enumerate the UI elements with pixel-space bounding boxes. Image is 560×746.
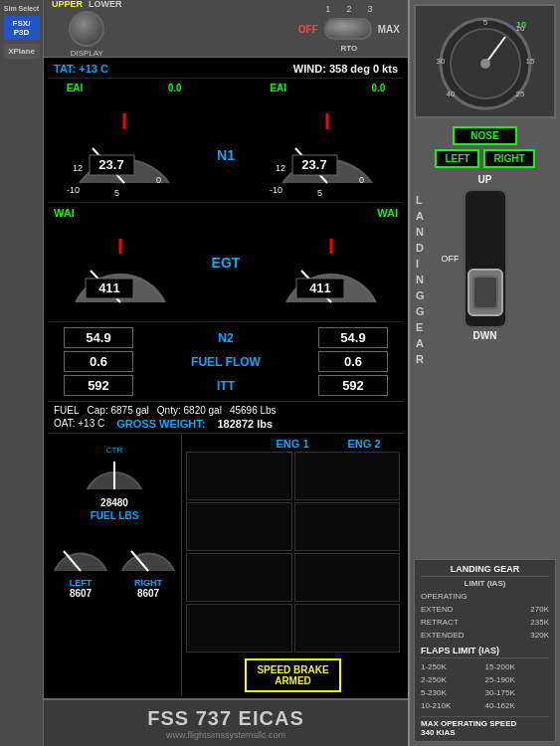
landing-char-r: R [416,351,425,367]
main-panel: UPPER LOWER DISPLAY 1 2 3 OFF MAX RTO [44,0,408,746]
fuel-flow-eng1-box: 0.6 [64,351,133,372]
ctr-gauge-svg: CTR [80,438,149,497]
landing-char-g: G [416,287,425,303]
landing-char-n: N [416,224,425,240]
fuel-flow-eng2-box: 0.6 [318,351,388,372]
svg-text:411: 411 [309,280,331,295]
lg-subtitle: LIMIT (IAS) [421,579,549,588]
egt-center-label: EGT [212,255,241,271]
n1-eng1-eai-label: EAI [67,83,84,93]
svg-text:10: 10 [516,20,526,30]
rto-knob[interactable] [324,18,372,40]
gear-wheel-inner [472,276,498,309]
xplane-button[interactable]: XPlane [4,44,40,59]
svg-text:15: 15 [525,57,534,66]
up-label: UP [478,174,492,185]
app-title: FSS 737 EICAS [147,707,304,730]
landing-char-i: I [416,256,425,272]
speed-brake-area: SPEED BRAKE ARMED [186,658,400,692]
landing-gear-info: LANDING GEAR LIMIT (IAS) OPERATING EXTEN… [414,559,556,742]
fuel-cap: Cap: 6875 gal [88,405,149,416]
itt-label: ITT [133,379,318,393]
tat-display: TAT: +13 C [54,63,108,75]
svg-text:5: 5 [114,188,119,198]
lower-button[interactable]: LOWER [89,0,122,9]
n1-eng1-gauge: EAI 0.0 12 -10 [65,83,184,198]
wai-left-label: WAI [54,207,75,219]
max-ops-row: MAX OPERATING SPEED 340 KIAS [421,716,549,737]
svg-text:0: 0 [156,175,161,185]
svg-text:25: 25 [515,90,524,98]
tat-wind-row: TAT: +13 C WIND: 358 deg 0 kts [48,60,404,79]
n1-eng1-eai-value: 0.0 [168,83,182,93]
n1-eng2-gauge: EAI 0.0 12 -10 5 0 23.7 [268,83,387,198]
svg-point-37 [480,59,490,69]
itt-row: 592 ITT 592 [64,375,388,396]
upper-lower-row: UPPER LOWER [52,0,122,9]
svg-text:CTR: CTR [106,446,123,455]
eng-table-col: ENG 1 ENG 2 [182,434,404,696]
right-gauge-svg [117,523,179,578]
trim-dial-svg: 5 10 15 25 40 30 10 [431,9,540,113]
right-button[interactable]: RIGHT [483,149,534,168]
left-right-gauges: LEFT 8607 RIGHT 8607 [50,523,179,599]
n1-eng1-header: EAI 0.0 [65,83,184,93]
fsx-p3d-button[interactable]: FSX/ P3D [4,16,40,40]
nose-lr-section: NOSE LEFT RIGHT [410,122,560,172]
eng-cell-2-1 [186,502,292,551]
wai-right-label: WAI [377,207,398,219]
egt-eng1-gauge: 411 [66,223,175,317]
svg-text:5: 5 [317,188,322,198]
fuel-cap-label: FUEL [54,405,80,416]
website-label: www.flightsimssystemsllc.com [166,730,285,740]
eng-header-row: ENG 1 ENG 2 [186,438,400,450]
dwn-label: DWN [473,330,497,341]
rto-num-3: 3 [367,4,372,14]
n2-label: N2 [133,331,318,345]
n1-eng1-svg: 12 -10 5 0 23.7 [65,93,184,198]
sim-label: Sim Select [4,4,39,14]
left-button[interactable]: LEFT [435,149,479,168]
lg-retract-label: RETRACT [421,616,459,629]
nose-button[interactable]: NOSE [453,126,516,145]
flap-row4-left: 10-210K [421,699,485,712]
lg-operating: OPERATING [421,590,549,603]
oat-display: OAT: +13 C [54,418,104,430]
eng-cell-4-1 [186,604,292,653]
lg-extend-row: EXTEND 270K [421,603,549,616]
top-bar: UPPER LOWER DISPLAY 1 2 3 OFF MAX RTO [44,0,408,58]
fuel-qnty: Qnty: 6820 gal [157,405,222,416]
lg-extend-label: EXTEND [421,603,453,616]
full-layout: Sim Select FSX/ P3D XPlane UPPER LOWER D… [0,0,560,746]
fuel-lbs: 45696 Lbs [230,405,277,416]
display-knob[interactable] [69,11,104,47]
lg-retract-row: RETRACT 235K [421,616,549,629]
svg-text:0: 0 [359,175,364,185]
n1-gauges-row: EAI 0.0 12 -10 [48,79,404,202]
eng-data-grid [186,452,400,653]
lg-retract-val: 235K [530,616,549,629]
ctr-value: 28480 [100,497,128,508]
max-ops-label: MAX OPERATING SPEED [421,719,516,728]
rto-label: RTO [341,44,358,53]
itt-eng1-box: 592 [64,375,133,396]
lg-extended-label: EXTENDED [421,629,465,642]
svg-text:23.7: 23.7 [98,157,123,172]
fuel-info-section: FUEL Cap: 6875 gal Qnty: 6820 gal 45696 … [48,401,404,433]
gear-lever: OFF [464,189,507,328]
gear-lever-track[interactable]: OFF [464,189,507,328]
landing-char-n2: N [416,272,425,287]
wind-display: WIND: 358 deg 0 kts [293,63,398,75]
n1-center-label: N1 [217,147,235,163]
eicas-display: TAT: +13 C WIND: 358 deg 0 kts EAI 0.0 [44,58,408,698]
upper-button[interactable]: UPPER [52,0,83,9]
eng1-header: ENG 1 [261,438,324,450]
eng-cell-4-2 [294,604,401,653]
display-control: UPPER LOWER DISPLAY [52,0,122,58]
ctr-gauge-container: CTR 28480 [80,438,149,508]
lg-title: LANDING GEAR [421,564,549,577]
fuel-cap-row: FUEL Cap: 6875 gal Qnty: 6820 gal 45696 … [54,405,398,416]
n1-eng2-svg: 12 -10 5 0 23.7 [268,93,387,198]
speed-brake-text1: SPEED BRAKE [257,664,328,675]
landing-char-a2: A [416,335,425,351]
